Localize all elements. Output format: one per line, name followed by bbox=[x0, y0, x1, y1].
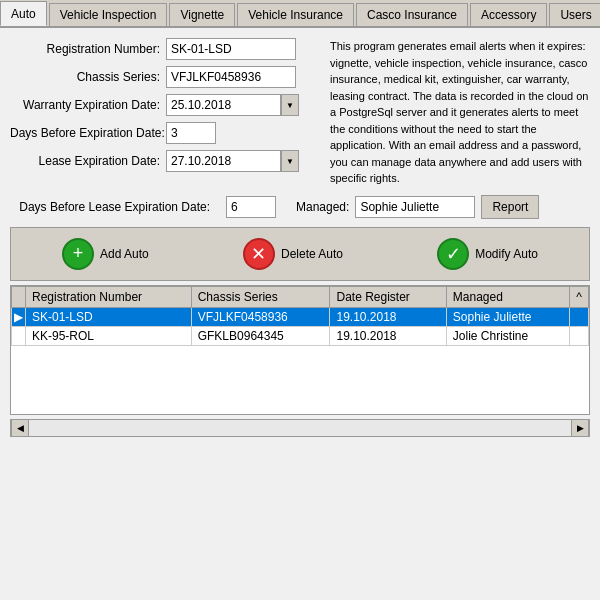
warranty-input[interactable] bbox=[166, 94, 281, 116]
middle-row: Days Before Lease Expiration Date: Manag… bbox=[10, 195, 590, 219]
table-row[interactable]: ▶ SK-01-LSD VFJLKF0458936 19.10.2018 Sop… bbox=[12, 307, 589, 326]
managed-input[interactable] bbox=[355, 196, 475, 218]
th-chassis: Chassis Series bbox=[191, 286, 330, 307]
lease-calendar-btn[interactable]: ▼ bbox=[281, 150, 299, 172]
managed-section: Managed: Report bbox=[296, 195, 539, 219]
report-button[interactable]: Report bbox=[481, 195, 539, 219]
horizontal-scrollbar[interactable]: ◀ ▶ bbox=[10, 419, 590, 437]
th-scroll: ^ bbox=[570, 286, 589, 307]
tab-bar: Auto Vehicle Inspection Vignette Vehicle… bbox=[0, 0, 600, 28]
form-section: Registration Number: Chassis Series: War… bbox=[10, 38, 320, 187]
days-lease-label: Days Before Lease Expiration Date: bbox=[10, 200, 210, 214]
row-empty bbox=[570, 307, 589, 326]
tab-auto[interactable]: Auto bbox=[0, 1, 47, 26]
table-row[interactable]: KK-95-ROL GFKLB0964345 19.10.2018 Jolie … bbox=[12, 326, 589, 345]
action-bar: + Add Auto ✕ Delete Auto ✓ Modify Auto bbox=[10, 227, 590, 281]
days-exp-label: Days Before Expiration Date: bbox=[10, 126, 160, 140]
scroll-left-btn[interactable]: ◀ bbox=[11, 419, 29, 437]
tab-vehicle-insurance[interactable]: Vehicle Insurance bbox=[237, 3, 354, 26]
modify-icon: ✓ bbox=[437, 238, 469, 270]
row-registration: KK-95-ROL bbox=[26, 326, 192, 345]
tab-casco-insurance[interactable]: Casco Insurance bbox=[356, 3, 468, 26]
table-header-row: Registration Number Chassis Series Date … bbox=[12, 286, 589, 307]
tab-users[interactable]: Users bbox=[549, 3, 600, 26]
lease-date-wrapper: ▼ bbox=[166, 150, 299, 172]
registration-label: Registration Number: bbox=[10, 42, 160, 56]
registration-row: Registration Number: bbox=[10, 38, 320, 60]
days-exp-row: Days Before Expiration Date: bbox=[10, 122, 320, 144]
row-arrow bbox=[12, 326, 26, 345]
chassis-input[interactable] bbox=[166, 66, 296, 88]
tab-vignette[interactable]: Vignette bbox=[169, 3, 235, 26]
tab-vehicle-inspection[interactable]: Vehicle Inspection bbox=[49, 3, 168, 26]
add-icon: + bbox=[62, 238, 94, 270]
chassis-row: Chassis Series: bbox=[10, 66, 320, 88]
tab-accessory[interactable]: Accessory bbox=[470, 3, 547, 26]
delete-auto-button[interactable]: ✕ Delete Auto bbox=[227, 234, 359, 274]
lease-input[interactable] bbox=[166, 150, 281, 172]
lease-label: Lease Expiration Date: bbox=[10, 154, 160, 168]
modify-auto-label: Modify Auto bbox=[475, 247, 538, 261]
th-arrow bbox=[12, 286, 26, 307]
modify-auto-button[interactable]: ✓ Modify Auto bbox=[421, 234, 554, 274]
row-arrow: ▶ bbox=[12, 307, 26, 326]
row-date: 19.10.2018 bbox=[330, 326, 446, 345]
days-exp-input[interactable] bbox=[166, 122, 216, 144]
row-chassis: VFJLKF0458936 bbox=[191, 307, 330, 326]
th-registration: Registration Number bbox=[26, 286, 192, 307]
row-empty bbox=[570, 326, 589, 345]
days-lease-input[interactable] bbox=[226, 196, 276, 218]
lease-row: Lease Expiration Date: ▼ bbox=[10, 150, 320, 172]
add-auto-label: Add Auto bbox=[100, 247, 149, 261]
main-content: Registration Number: Chassis Series: War… bbox=[0, 28, 600, 598]
add-auto-button[interactable]: + Add Auto bbox=[46, 234, 165, 274]
top-section: Registration Number: Chassis Series: War… bbox=[10, 38, 590, 187]
scroll-right-btn[interactable]: ▶ bbox=[571, 419, 589, 437]
row-chassis: GFKLB0964345 bbox=[191, 326, 330, 345]
registration-input[interactable] bbox=[166, 38, 296, 60]
row-managed: Sophie Juliette bbox=[446, 307, 570, 326]
auto-table: Registration Number Chassis Series Date … bbox=[10, 285, 590, 415]
delete-auto-label: Delete Auto bbox=[281, 247, 343, 261]
row-registration: SK-01-LSD bbox=[26, 307, 192, 326]
warranty-row: Warranty Expiration Date: ▼ bbox=[10, 94, 320, 116]
chassis-label: Chassis Series: bbox=[10, 70, 160, 84]
row-date: 19.10.2018 bbox=[330, 307, 446, 326]
scroll-track[interactable] bbox=[29, 420, 571, 436]
warranty-calendar-btn[interactable]: ▼ bbox=[281, 94, 299, 116]
th-managed: Managed bbox=[446, 286, 570, 307]
warranty-label: Warranty Expiration Date: bbox=[10, 98, 160, 112]
warranty-date-wrapper: ▼ bbox=[166, 94, 299, 116]
th-date: Date Register bbox=[330, 286, 446, 307]
row-managed: Jolie Christine bbox=[446, 326, 570, 345]
managed-label: Managed: bbox=[296, 200, 349, 214]
delete-icon: ✕ bbox=[243, 238, 275, 270]
description-text: This program generates email alerts when… bbox=[330, 38, 590, 187]
